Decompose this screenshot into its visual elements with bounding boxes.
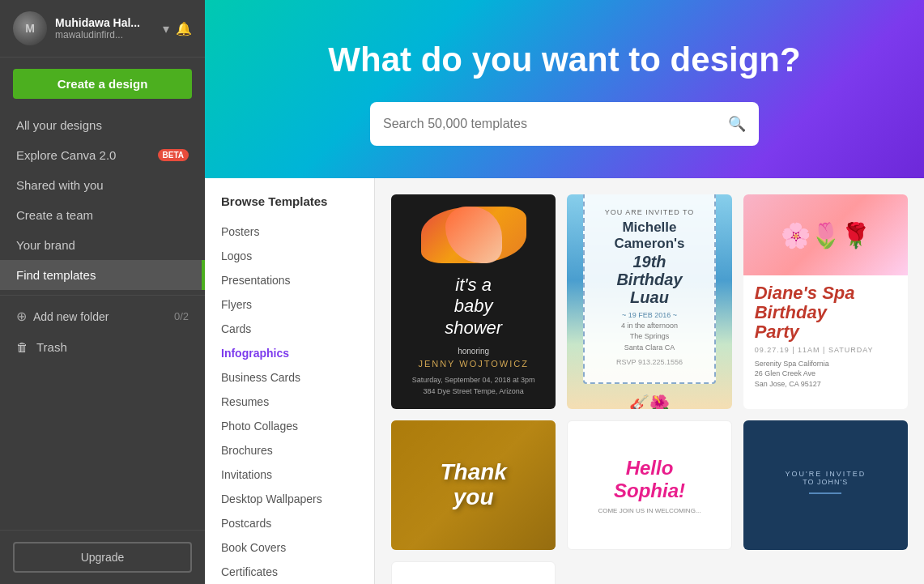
sidebar-item-label: Find templates <box>16 268 96 282</box>
template-item-infographics[interactable]: Infographics <box>221 341 374 365</box>
gallery-card-birthday-luau[interactable]: YOU ARE INVITED TO Michelle Cameron's 19… <box>567 194 731 409</box>
main-content: What do you want to design? 🔍 Browse Tem… <box>205 0 924 584</box>
spa-flowers: 🌸🌷🌹 <box>743 194 908 275</box>
sidebar-item-label: Explore Canva 2.0 <box>16 148 116 162</box>
thankyou-text: Thankyou <box>440 460 506 510</box>
gallery: it's ababyshower honoring JENNY WOJTOWIC… <box>375 178 924 584</box>
sidebar-item-create-team[interactable]: Create a team <box>0 200 205 230</box>
hello-content: HelloSophia! COME JOIN US IN WELCOMING..… <box>598 457 700 514</box>
gallery-card-thank-you[interactable]: Thankyou <box>391 420 556 550</box>
search-icon[interactable]: 🔍 <box>728 115 746 133</box>
template-item-resumes[interactable]: Resumes <box>221 390 374 414</box>
sidebar-item-brand[interactable]: Your brand <box>0 230 205 260</box>
search-bar: 🔍 <box>370 102 759 146</box>
plus-icon: ⊕ <box>16 309 27 324</box>
invited-content: YOU'RE INVITED TO JOHN'S <box>785 470 866 501</box>
folder-count: 0/2 <box>174 310 189 322</box>
search-input[interactable] <box>383 117 728 131</box>
browse-templates-heading: Browse Templates <box>221 194 374 208</box>
gallery-card-baby-shower[interactable]: it's ababyshower honoring JENNY WOJTOWIC… <box>391 194 556 409</box>
sidebar-nav: All your designs Explore Canva 2.0 BETA … <box>0 110 205 530</box>
hero-section: What do you want to design? 🔍 <box>205 0 924 178</box>
template-item-certificates[interactable]: Certificates <box>221 560 374 584</box>
hero-title: What do you want to design? <box>328 40 800 79</box>
sidebar-item-label: Shared with you <box>16 178 104 192</box>
gallery-card-school[interactable]: 📐✏️🎨📚🖥️🔬 ASHTON SCHOOL 2016 YEARBOOK <box>391 561 556 584</box>
template-item-flyers[interactable]: Flyers <box>221 292 374 317</box>
avatar: M <box>13 11 47 45</box>
sidebar-item-label: Your brand <box>16 238 75 252</box>
trash-icon: 🗑 <box>16 340 28 354</box>
spa-address: Serenity Spa California 26 Glen Creek Av… <box>755 359 896 390</box>
user-info: Muhidawa Hal... mawaludinfird... <box>55 16 155 40</box>
beta-badge: BETA <box>158 149 189 161</box>
create-design-button[interactable]: Create a design <box>13 69 192 99</box>
template-item-business-cards[interactable]: Business Cards <box>221 365 374 390</box>
spa-title: Diane's SpaBirthdayParty <box>755 283 896 343</box>
template-item-brochures[interactable]: Brochures <box>221 438 374 463</box>
upgrade-button[interactable]: Upgrade <box>13 542 192 573</box>
sidebar-item-label: Create a team <box>16 208 93 222</box>
template-item-invitations[interactable]: Invitations <box>221 463 374 487</box>
add-folder-button[interactable]: ⊕ Add new folder 0/2 <box>0 301 205 332</box>
template-item-desktop-wallpapers[interactable]: Desktop Wallpapers <box>221 487 374 511</box>
sidebar-item-label: All your designs <box>16 118 102 132</box>
sidebar-item-explore[interactable]: Explore Canva 2.0 BETA <box>0 140 205 170</box>
template-item-posters[interactable]: Posters <box>221 220 374 244</box>
sidebar-item-shared[interactable]: Shared with you <box>0 170 205 200</box>
template-item-presentations[interactable]: Presentations <box>221 268 374 292</box>
user-email: mawaludinfird... <box>55 29 155 40</box>
gallery-card-invited[interactable]: YOU'RE INVITED TO JOHN'S <box>743 420 908 550</box>
templates-panel: Browse Templates Posters Logos Presentat… <box>205 178 375 584</box>
hello-text: HelloSophia! <box>598 457 700 502</box>
sidebar-item-trash[interactable]: 🗑 Trash <box>0 332 205 362</box>
template-item-logos[interactable]: Logos <box>221 244 374 268</box>
content-area: Browse Templates Posters Logos Presentat… <box>205 178 924 584</box>
luau-content: YOU ARE INVITED TO Michelle Cameron's 19… <box>583 194 715 384</box>
template-item-cards[interactable]: Cards <box>221 317 374 341</box>
sidebar-item-all-designs[interactable]: All your designs <box>0 110 205 140</box>
invited-label: YOU'RE INVITED <box>785 470 866 478</box>
template-item-postcards[interactable]: Postcards <box>221 511 374 535</box>
sidebar-item-find-templates[interactable]: Find templates <box>0 260 205 290</box>
sidebar-header: M Muhidawa Hal... mawaludinfird... ▾ 🔔 <box>0 0 205 58</box>
spa-date: 09.27.19 | 11AM | SATURDAY <box>755 346 896 354</box>
gallery-card-spa-birthday[interactable]: 🌸🌷🌹 Diane's SpaBirthdayParty 09.27.19 | … <box>743 194 908 409</box>
sidebar: M Muhidawa Hal... mawaludinfird... ▾ 🔔 C… <box>0 0 205 584</box>
spa-content: Diane's SpaBirthdayParty 09.27.19 | 11AM… <box>743 275 908 409</box>
notification-icon[interactable]: 🔔 <box>176 21 192 36</box>
luau-subtitle: YOU ARE INVITED TO <box>598 208 700 216</box>
template-item-book-covers[interactable]: Book Covers <box>221 535 374 560</box>
header-icons: ▾ 🔔 <box>163 21 192 36</box>
trash-label: Trash <box>36 340 67 354</box>
chevron-down-icon[interactable]: ▾ <box>163 21 169 36</box>
gallery-card-hello[interactable]: HelloSophia! COME JOIN US IN WELCOMING..… <box>567 420 731 550</box>
user-name: Muhidawa Hal... <box>55 16 155 29</box>
sidebar-bottom: Upgrade <box>0 530 205 584</box>
template-item-photo-collages[interactable]: Photo Collages <box>221 414 374 438</box>
add-folder-label: Add new folder <box>33 310 109 323</box>
